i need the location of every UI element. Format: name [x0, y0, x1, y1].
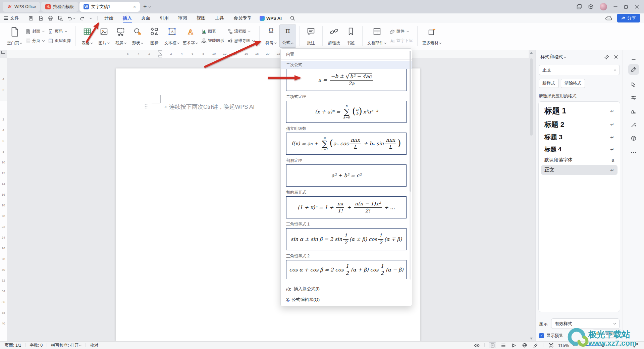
attachment-button[interactable]: 附件	[388, 28, 414, 35]
word-count[interactable]: 字数: 0	[30, 343, 43, 348]
more-options-icon[interactable]	[628, 147, 639, 158]
comment-button[interactable]: 批注	[303, 24, 319, 48]
ink-pen-icon[interactable]	[532, 342, 539, 348]
fullscreen-icon[interactable]	[632, 342, 639, 348]
pin-panel-icon[interactable]	[604, 55, 609, 60]
zoom-caret-icon[interactable]	[573, 344, 575, 346]
tab-list-caret-icon[interactable]	[149, 5, 151, 7]
doc-parts-button[interactable]: 文档部件	[366, 24, 388, 48]
builtin-formula-item[interactable]: 勾股定理 a² + b² = c²	[286, 158, 407, 187]
menu-tab[interactable]: 审阅	[178, 13, 187, 23]
print-icon[interactable]	[48, 15, 53, 21]
show-preview-checkbox[interactable]: ✓	[539, 333, 544, 338]
quickbar-caret-icon[interactable]	[90, 16, 92, 19]
settings-sliders-icon[interactable]	[628, 92, 639, 103]
close-panel-icon[interactable]	[614, 55, 618, 60]
formula-item-preview[interactable]: (x + a)ⁿ = n∑k=0(nk)xᵏaⁿ⁻ᵏ	[286, 101, 407, 123]
undo-caret-icon[interactable]	[73, 16, 75, 19]
dropdown-scrollbar[interactable]	[410, 51, 411, 280]
style-list-item[interactable]: 标题 3 ↵	[541, 131, 618, 143]
smart-graphic-button[interactable]: 智能图形	[200, 38, 226, 44]
play-presentation-icon[interactable]	[510, 342, 518, 348]
spell-check-status[interactable]: 拼写检查: 打开	[51, 343, 82, 348]
select-cursor-icon[interactable]	[628, 79, 639, 90]
restore-window-icon[interactable]	[624, 4, 629, 9]
menu-tab[interactable]: 页面	[141, 13, 151, 23]
menu-tab[interactable]: 引用	[159, 13, 169, 23]
builtin-formula-item[interactable]: 二项式定理 (x + a)ⁿ = n∑k=0(nk)xᵏaⁿ⁻ᵏ	[286, 94, 407, 123]
format-brush-icon[interactable]	[628, 64, 639, 75]
mind-map-button[interactable]: 思维导图	[226, 38, 256, 44]
collapse-panel-icon[interactable]	[628, 54, 639, 65]
formula-editor-item[interactable]: X 公式编辑器(Q)	[281, 294, 412, 305]
magic-wand-icon[interactable]	[628, 119, 639, 130]
app-center-icon[interactable]	[588, 4, 594, 10]
scrollbar-thumb[interactable]	[530, 58, 533, 136]
undo-icon[interactable]	[67, 15, 75, 21]
chart-button[interactable]: 图表	[200, 28, 226, 35]
share-button[interactable]: 分享	[617, 14, 640, 22]
show-filter-select[interactable]: 有效样式	[551, 318, 620, 329]
document-tab[interactable]: WPS Office	[3, 2, 40, 12]
new-tab-button[interactable]: +	[143, 3, 147, 10]
cloud-sync-icon[interactable]	[605, 15, 612, 21]
page-view-icon[interactable]	[489, 342, 496, 348]
outline-view-icon[interactable]	[499, 342, 507, 348]
zoom-slider[interactable]	[585, 345, 622, 346]
zoom-in-icon[interactable]: +	[626, 342, 629, 348]
formula-button[interactable]: π 公式	[279, 24, 296, 48]
zoom-out-icon[interactable]: −	[579, 342, 582, 348]
proofread-button[interactable]: 校对	[90, 343, 98, 348]
current-style-select[interactable]: 正文	[539, 65, 620, 75]
ai-hint-line[interactable]: ↵ 连续按下两次Ctrl键，唤起WPS AI	[164, 103, 255, 111]
more-assets-button[interactable]: 更多素材	[421, 24, 443, 48]
save-icon[interactable]	[28, 15, 34, 21]
scroll-up-icon[interactable]	[530, 52, 533, 54]
web-view-icon[interactable]	[521, 342, 528, 348]
formula-item-preview[interactable]: cos α + cos β = 2 cos12(α + β) cos12(α −…	[286, 260, 407, 279]
builtin-formula-item[interactable]: 三角恒等式 1 sin α ± sin β = 2 sin12(α ± β) c…	[286, 221, 407, 250]
clear-format-button[interactable]: 清除格式	[561, 79, 585, 88]
help-icon[interactable]	[628, 133, 639, 144]
cover-button[interactable]: 封面	[24, 28, 46, 35]
menu-tab[interactable]: 视图	[196, 13, 206, 23]
menu-tab[interactable]: 工具	[215, 13, 224, 23]
print-preview-icon[interactable]	[57, 15, 63, 21]
search-icon[interactable]	[290, 15, 295, 21]
redo-icon[interactable]	[79, 15, 85, 21]
horizontal-ruler[interactable]: 642 246810121416182022242628303234363840…	[7, 50, 529, 58]
zoom-level[interactable]: 115%	[558, 343, 569, 348]
export-pdf-icon[interactable]	[38, 15, 44, 21]
formula-item-preview[interactable]: f(x) = a₀ + ∞∑n=1(aₙ cosnπxL + bₙ sinnπx…	[286, 133, 407, 155]
read-mode-icon[interactable]	[473, 342, 480, 348]
bookmark-button[interactable]: 书签	[342, 24, 359, 48]
fit-page-icon[interactable]	[547, 342, 555, 348]
scroll-down-icon[interactable]	[530, 338, 533, 340]
picture-button[interactable]: 图片	[96, 24, 112, 48]
vertical-ruler[interactable]: 42 246810121416182022242628303234363840	[0, 58, 7, 341]
page-number-button[interactable]: # 页码	[46, 28, 72, 35]
show-preview-row[interactable]: ✓ 显示预览	[539, 333, 563, 339]
builtin-formula-item[interactable]: 傅立叶级数 f(x) = a₀ + ∞∑n=1(aₙ cosnπxL + bₙ …	[286, 126, 407, 155]
blank-page-button[interactable]: 空白页	[5, 24, 24, 48]
style-list-item[interactable]: 正文 ↵	[541, 165, 618, 175]
menu-tab[interactable]: 开始	[104, 13, 114, 23]
header-footer-button[interactable]: 页眉页脚	[46, 38, 72, 44]
document-scrollbar[interactable]	[529, 51, 533, 340]
file-menu-button[interactable]: 文件	[4, 15, 19, 21]
style-list-item[interactable]: 默认段落字体 a	[541, 155, 618, 165]
shapes-button[interactable]: 形状	[129, 24, 146, 48]
text-box-button[interactable]: A 文本框	[163, 24, 181, 48]
style-list-item[interactable]: 标题 4 ↵	[541, 144, 618, 155]
wps-ai-button[interactable]: WPS AI	[260, 16, 282, 21]
workbench-icon[interactable]	[577, 4, 582, 9]
menu-tab[interactable]: 插入	[122, 13, 132, 23]
user-avatar[interactable]	[600, 3, 607, 10]
builtin-formula-item[interactable]: 三角恒等式 2 cos α + cos β = 2 cos12(α + β) c…	[286, 253, 407, 279]
close-window-icon[interactable]	[635, 4, 639, 9]
zoom-slider-thumb[interactable]	[601, 344, 604, 347]
style-list-item[interactable]: 标题 2 ↵	[541, 118, 618, 131]
formula-item-preview[interactable]: sin α ± sin β = 2 sin12(α ± β) cos12(α ∓…	[286, 228, 407, 250]
tab-stop-selector-icon[interactable]	[1, 51, 5, 54]
screenshot-button[interactable]: 截屏	[112, 24, 129, 48]
